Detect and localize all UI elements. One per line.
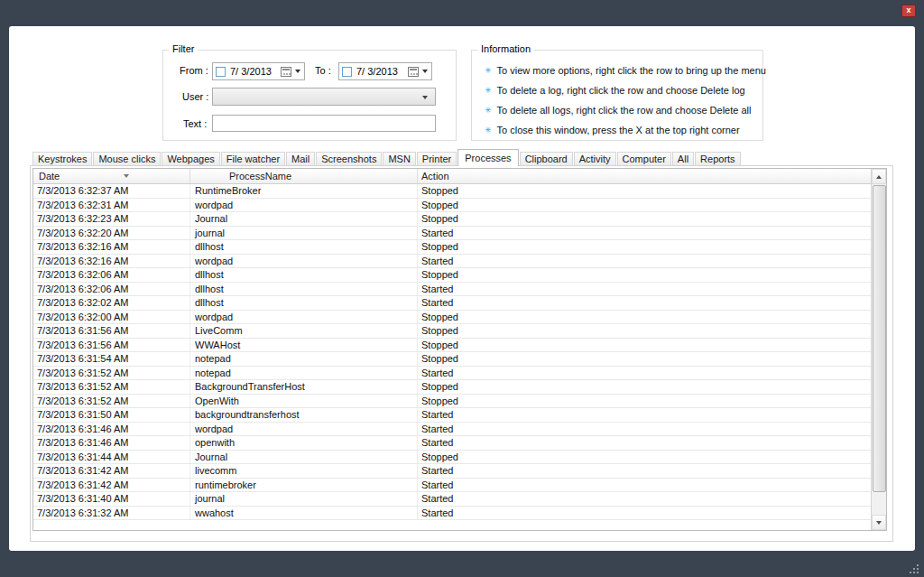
tab-mail[interactable]: Mail	[286, 152, 315, 165]
process-cell: runtimebroker	[190, 479, 418, 492]
grid-header: Date ProcessName Action	[33, 169, 871, 184]
arrow-down-icon	[876, 521, 882, 525]
to-date-picker[interactable]: 7/ 3/2013	[338, 62, 432, 80]
scroll-up-button[interactable]	[872, 169, 886, 184]
table-row[interactable]: 7/3/2013 6:31:42 AMlivecommStarted	[33, 464, 871, 479]
from-date-picker[interactable]: 7/ 3/2013	[212, 62, 305, 80]
tab-webpages[interactable]: Webpages	[162, 152, 219, 165]
bullet-icon: ✳	[485, 85, 492, 97]
to-date-value: 7/ 3/2013	[352, 66, 408, 77]
table-row[interactable]: 7/3/2013 6:31:50 AMbackgroundtransferhos…	[33, 408, 871, 423]
column-header-action[interactable]: Action	[418, 169, 871, 183]
process-cell: Journal	[190, 451, 418, 464]
table-row[interactable]: 7/3/2013 6:32:16 AMdllhostStopped	[33, 240, 871, 255]
vertical-scrollbar[interactable]	[871, 169, 886, 530]
table-row[interactable]: 7/3/2013 6:32:06 AMdllhostStarted	[33, 283, 871, 297]
dropdown-arrow-icon[interactable]	[295, 70, 300, 73]
action-cell: Stopped	[418, 395, 871, 408]
close-button[interactable]: x	[901, 5, 916, 17]
process-cell: dllhost	[190, 240, 418, 254]
tab-processes[interactable]: Processes	[457, 149, 518, 166]
date-cell: 7/3/2013 6:31:52 AM	[33, 367, 190, 380]
action-cell: Stopped	[418, 212, 871, 226]
action-cell: Stopped	[418, 268, 871, 282]
action-cell: Started	[418, 283, 871, 296]
table-row[interactable]: 7/3/2013 6:32:20 AMjournalStarted	[33, 227, 871, 241]
date-cell: 7/3/2013 6:31:52 AM	[33, 380, 190, 394]
table-row[interactable]: 7/3/2013 6:31:40 AMjournalStarted	[33, 492, 871, 507]
table-row[interactable]: 7/3/2013 6:31:46 AMopenwithStarted	[33, 436, 871, 451]
tab-printer[interactable]: Printer	[417, 152, 457, 165]
info-tip: ✳To delete all logs, right click the row…	[485, 105, 759, 116]
action-cell: Started	[418, 227, 871, 240]
process-cell: WWAHost	[190, 339, 418, 352]
table-row[interactable]: 7/3/2013 6:31:56 AMWWAHostStopped	[33, 339, 871, 353]
date-cell: 7/3/2013 6:31:32 AM	[33, 507, 190, 520]
information-group: Information ✳To view more options, right…	[471, 50, 763, 141]
process-cell: openwith	[190, 436, 418, 450]
action-cell: Stopped	[418, 184, 871, 198]
date-cell: 7/3/2013 6:31:56 AM	[33, 339, 190, 352]
tab-keystrokes[interactable]: Keystrokes	[32, 152, 92, 165]
table-row[interactable]: 7/3/2013 6:31:44 AMJournalStopped	[33, 451, 871, 465]
column-header-processname[interactable]: ProcessName	[190, 169, 418, 183]
dropdown-arrow-icon[interactable]	[422, 70, 428, 73]
table-row[interactable]: 7/3/2013 6:31:56 AMLiveCommStopped	[33, 324, 871, 339]
process-cell: Journal	[190, 212, 418, 226]
action-cell: Stopped	[418, 380, 871, 394]
date-cell: 7/3/2013 6:31:50 AM	[33, 408, 190, 422]
process-cell: journal	[190, 492, 418, 506]
table-row[interactable]: 7/3/2013 6:31:52 AMnotepadStarted	[33, 367, 871, 381]
tab-clipboard[interactable]: Clipboard	[520, 152, 573, 165]
table-row[interactable]: 7/3/2013 6:31:52 AMBackgroundTransferHos…	[33, 380, 871, 395]
tab-all[interactable]: All	[672, 152, 694, 165]
table-row[interactable]: 7/3/2013 6:32:37 AMRuntimeBrokerStopped	[33, 184, 871, 199]
user-label: User :	[182, 91, 208, 102]
date-cell: 7/3/2013 6:32:31 AM	[33, 199, 190, 212]
log-viewer-panel: Filter From : 7/ 3/2013 To : 7/ 3/2013 U…	[9, 26, 915, 551]
date-cell: 7/3/2013 6:31:54 AM	[33, 352, 190, 366]
from-date-checkbox[interactable]	[216, 67, 226, 77]
scrollbar-thumb[interactable]	[873, 185, 886, 492]
table-row[interactable]: 7/3/2013 6:31:32 AMwwahostStarted	[33, 507, 871, 521]
date-cell: 7/3/2013 6:31:46 AM	[33, 436, 190, 450]
text-filter-input[interactable]	[212, 115, 436, 132]
table-row[interactable]: 7/3/2013 6:32:23 AMJournalStopped	[33, 212, 871, 227]
info-tip: ✳To close this window, press the X at th…	[485, 125, 759, 136]
process-cell: BackgroundTransferHost	[190, 380, 418, 394]
table-row[interactable]: 7/3/2013 6:31:54 AMnotepadStopped	[33, 352, 871, 367]
table-row[interactable]: 7/3/2013 6:31:42 AMruntimebrokerStarted	[33, 479, 871, 493]
table-row[interactable]: 7/3/2013 6:32:06 AMdllhostStopped	[33, 268, 871, 283]
bullet-icon: ✳	[485, 125, 492, 136]
date-cell: 7/3/2013 6:31:44 AM	[33, 451, 190, 464]
table-row[interactable]: 7/3/2013 6:31:52 AMOpenWithStopped	[33, 395, 871, 409]
action-cell: Stopped	[418, 324, 871, 338]
tab-mouse-clicks[interactable]: Mouse clicks	[93, 152, 161, 165]
table-row[interactable]: 7/3/2013 6:32:16 AMwordpadStarted	[33, 255, 871, 269]
scroll-down-button[interactable]	[872, 515, 886, 530]
table-row[interactable]: 7/3/2013 6:32:31 AMwordpadStopped	[33, 199, 871, 213]
table-row[interactable]: 7/3/2013 6:31:46 AMwordpadStarted	[33, 423, 871, 437]
tab-msn[interactable]: MSN	[383, 152, 415, 165]
calendar-icon	[281, 67, 291, 77]
close-icon: x	[906, 5, 910, 14]
column-header-date[interactable]: Date	[33, 169, 190, 183]
tab-screenshots[interactable]: Screenshots	[316, 152, 382, 165]
date-cell: 7/3/2013 6:32:20 AM	[33, 227, 190, 240]
action-cell: Stopped	[418, 451, 871, 464]
to-date-checkbox[interactable]	[342, 67, 352, 77]
tab-reports[interactable]: Reports	[695, 152, 741, 165]
table-row[interactable]: 7/3/2013 6:32:02 AMdllhostStarted	[33, 296, 871, 311]
action-cell: Started	[418, 296, 871, 310]
resize-grip-icon[interactable]	[909, 563, 919, 573]
date-cell: 7/3/2013 6:31:42 AM	[33, 464, 190, 478]
date-cell: 7/3/2013 6:32:16 AM	[33, 255, 190, 268]
tab-activity[interactable]: Activity	[574, 152, 616, 165]
table-row[interactable]: 7/3/2013 6:32:00 AMwordpadStopped	[33, 311, 871, 325]
tab-file-watcher[interactable]: File watcher	[221, 152, 285, 165]
filter-group: Filter From : 7/ 3/2013 To : 7/ 3/2013 U…	[162, 50, 457, 141]
process-cell: wordpad	[190, 255, 418, 268]
combo-arrow-icon	[422, 96, 428, 99]
tab-computer[interactable]: Computer	[617, 152, 671, 165]
user-select[interactable]	[212, 88, 436, 106]
